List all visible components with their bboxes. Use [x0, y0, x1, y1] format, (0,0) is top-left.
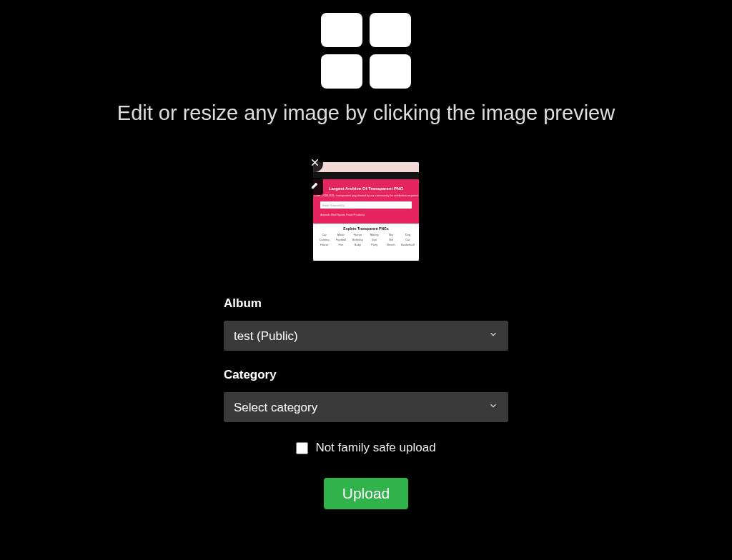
thumbnail-cat: Sun — [367, 238, 381, 241]
thumbnail-cat: Beach — [384, 243, 397, 246]
remove-image-button[interactable] — [306, 155, 323, 172]
app-logo — [321, 13, 411, 89]
thumbnail-category-grid: Car Music Frame Money Sky Dog Camera Foo… — [317, 233, 415, 246]
thumbnail-image[interactable]: Largest Archive Of Transparent PNG Over … — [313, 162, 419, 261]
thumbnail-body-title: Explore Transparent PNGs — [317, 226, 415, 231]
thumbnail-site-topbar — [313, 172, 419, 179]
thumbnail-cat: House — [317, 243, 331, 246]
thumbnail-cat: Cat — [401, 238, 415, 241]
thumbnail-cat: Football — [334, 238, 347, 241]
logo-tile — [370, 13, 411, 47]
logo-tile — [321, 13, 362, 47]
upload-dialog: Edit or resize any image by clicking the… — [0, 0, 732, 509]
headline-text: Edit or resize any image by clicking the… — [117, 101, 615, 125]
thumbnail-cat: Party — [367, 243, 381, 246]
category-select-wrap: Select category — [224, 392, 508, 422]
category-label: Category — [224, 368, 508, 382]
thumbnail-cat: Birthday — [351, 238, 365, 241]
album-select[interactable]: test (Public) — [224, 321, 508, 351]
edit-icon — [310, 180, 320, 193]
logo-tile — [370, 54, 411, 89]
thumbnail-hero-tags: Animals Bird Sports Food Products — [313, 213, 365, 216]
thumbnail-site-hero: Largest Archive Of Transparent PNG Over … — [313, 179, 419, 224]
nsfw-row: Not family safe upload — [224, 441, 508, 455]
thumbnail-search-placeholder: Enter Keyword(s) — [320, 204, 345, 207]
thumbnail-cat: Frame — [351, 233, 365, 236]
thumbnail-hero-subtitle: Over 1,000,000+ transparent png shared b… — [314, 194, 417, 197]
category-select[interactable]: Select category — [224, 392, 508, 422]
thumbnail-cat: Girl — [384, 238, 397, 241]
thumbnail-cat: Baby — [351, 243, 365, 246]
thumbnail-browser-chrome — [313, 162, 419, 172]
nsfw-label: Not family safe upload — [315, 441, 435, 455]
close-icon — [310, 157, 320, 170]
upload-button[interactable]: Upload — [324, 478, 409, 509]
edit-image-button[interactable] — [306, 178, 323, 195]
upload-button-row: Upload — [224, 465, 508, 509]
album-label: Album — [224, 296, 508, 311]
thumbnail-cat: Basketball — [401, 243, 415, 246]
upload-form: Album test (Public) Category Select cate… — [224, 296, 508, 509]
thumbnail-cat: Car — [317, 233, 331, 236]
thumbnail-hero-title: Largest Archive Of Transparent PNG — [329, 186, 403, 191]
thumbnail-search-bar: Enter Keyword(s) — [320, 201, 411, 209]
thumbnail-cat: Music — [334, 233, 347, 236]
logo-tile — [321, 54, 362, 89]
thumbnail-cat: Money — [367, 233, 381, 236]
album-select-wrap: test (Public) — [224, 321, 508, 351]
image-preview[interactable]: Largest Archive Of Transparent PNG Over … — [313, 162, 419, 261]
thumbnail-cat: Fire — [334, 243, 347, 246]
thumbnail-cat: Dog — [401, 233, 415, 236]
thumbnail-cat: Sky — [384, 233, 397, 236]
thumbnail-site-body: Explore Transparent PNGs Car Music Frame… — [313, 224, 419, 261]
nsfw-checkbox[interactable] — [296, 442, 308, 454]
thumbnail-cat: Camera — [317, 238, 331, 241]
